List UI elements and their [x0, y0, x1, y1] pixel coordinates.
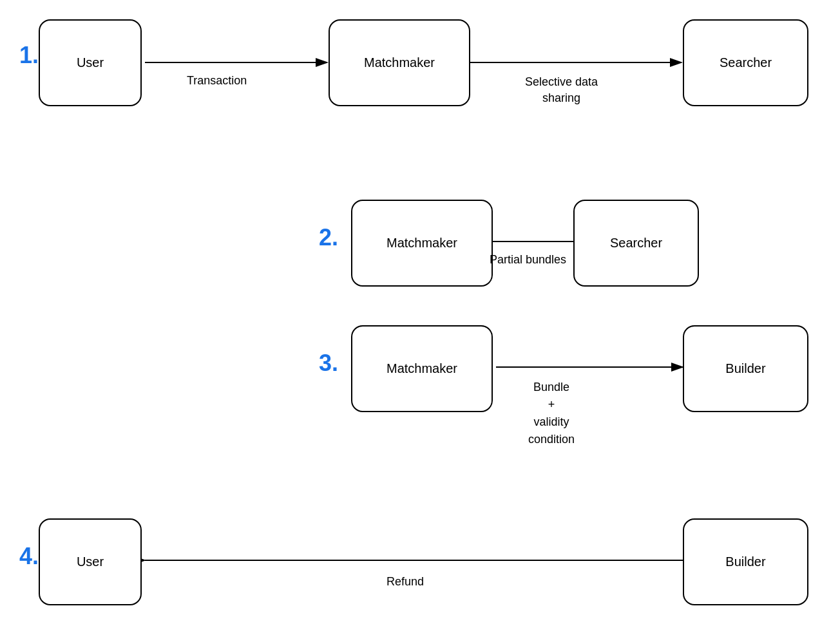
step2-matchmaker-label: Matchmaker [387, 236, 457, 251]
step-4-number: 4. [19, 543, 39, 570]
step4-arrow-label: Refund [387, 575, 424, 589]
step2-arrow-label: Partial bundles [490, 253, 566, 267]
step4-user-label: User [77, 554, 104, 569]
step1-arrow2-label: Selective datasharing [525, 74, 598, 106]
step3-arrow-label: Bundle+validitycondition [528, 379, 575, 448]
step2-searcher-node: Searcher [573, 200, 699, 287]
step2-searcher-label: Searcher [610, 236, 662, 251]
step2-matchmaker-node: Matchmaker [351, 200, 493, 287]
step1-matchmaker-node: Matchmaker [329, 19, 470, 106]
step3-builder-node: Builder [683, 325, 808, 412]
step1-searcher-node: Searcher [683, 19, 808, 106]
step1-user-label: User [77, 55, 104, 70]
step3-builder-label: Builder [725, 361, 765, 376]
diagram-container: 1. User Matchmaker Searcher Transaction … [0, 0, 840, 644]
step1-user-node: User [39, 19, 142, 106]
step-3-number: 3. [319, 350, 338, 377]
step3-matchmaker-node: Matchmaker [351, 325, 493, 412]
step4-user-node: User [39, 518, 142, 605]
step1-arrow1-label: Transaction [187, 74, 247, 88]
step-2-number: 2. [319, 224, 338, 251]
step4-builder-node: Builder [683, 518, 808, 605]
step1-searcher-label: Searcher [720, 55, 772, 70]
step1-matchmaker-label: Matchmaker [364, 55, 435, 70]
step-1-number: 1. [19, 42, 39, 69]
step4-builder-label: Builder [725, 554, 765, 569]
step3-matchmaker-label: Matchmaker [387, 361, 457, 376]
